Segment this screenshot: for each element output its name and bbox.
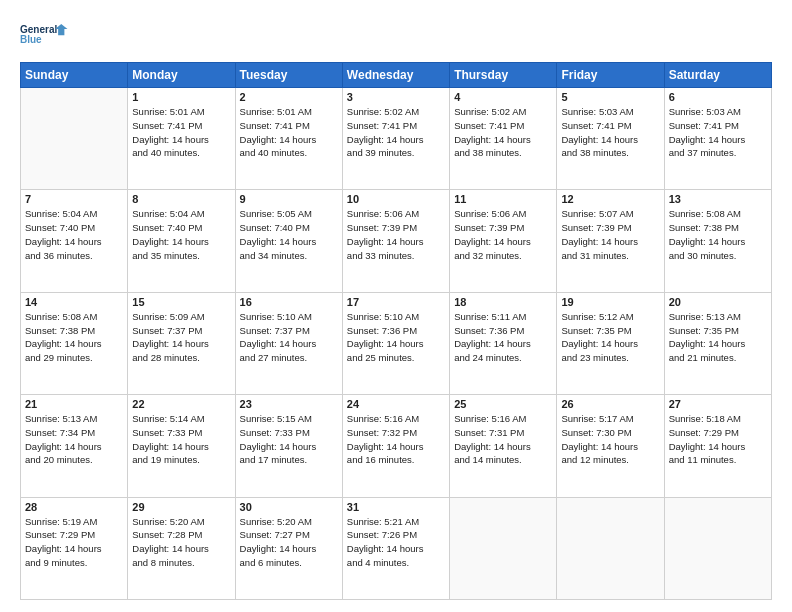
day-number: 24 (347, 398, 445, 410)
day-number: 18 (454, 296, 552, 308)
calendar-table: SundayMondayTuesdayWednesdayThursdayFrid… (20, 62, 772, 600)
calendar-cell: 13Sunrise: 5:08 AMSunset: 7:38 PMDayligh… (664, 190, 771, 292)
day-number: 8 (132, 193, 230, 205)
day-info: Sunrise: 5:01 AMSunset: 7:41 PMDaylight:… (132, 105, 230, 160)
calendar-cell: 26Sunrise: 5:17 AMSunset: 7:30 PMDayligh… (557, 395, 664, 497)
calendar-cell: 6Sunrise: 5:03 AMSunset: 7:41 PMDaylight… (664, 88, 771, 190)
day-number: 14 (25, 296, 123, 308)
day-number: 13 (669, 193, 767, 205)
day-number: 19 (561, 296, 659, 308)
calendar-cell: 25Sunrise: 5:16 AMSunset: 7:31 PMDayligh… (450, 395, 557, 497)
day-info: Sunrise: 5:08 AMSunset: 7:38 PMDaylight:… (25, 310, 123, 365)
day-info: Sunrise: 5:20 AMSunset: 7:28 PMDaylight:… (132, 515, 230, 570)
day-info: Sunrise: 5:12 AMSunset: 7:35 PMDaylight:… (561, 310, 659, 365)
day-number: 28 (25, 501, 123, 513)
day-info: Sunrise: 5:08 AMSunset: 7:38 PMDaylight:… (669, 207, 767, 262)
calendar-week-row: 14Sunrise: 5:08 AMSunset: 7:38 PMDayligh… (21, 292, 772, 394)
day-number: 7 (25, 193, 123, 205)
calendar-cell: 4Sunrise: 5:02 AMSunset: 7:41 PMDaylight… (450, 88, 557, 190)
calendar-cell: 29Sunrise: 5:20 AMSunset: 7:28 PMDayligh… (128, 497, 235, 599)
calendar-week-row: 1Sunrise: 5:01 AMSunset: 7:41 PMDaylight… (21, 88, 772, 190)
day-number: 5 (561, 91, 659, 103)
day-number: 27 (669, 398, 767, 410)
calendar-cell: 24Sunrise: 5:16 AMSunset: 7:32 PMDayligh… (342, 395, 449, 497)
calendar-cell: 2Sunrise: 5:01 AMSunset: 7:41 PMDaylight… (235, 88, 342, 190)
day-number: 26 (561, 398, 659, 410)
calendar-cell (557, 497, 664, 599)
day-number: 22 (132, 398, 230, 410)
calendar-cell: 15Sunrise: 5:09 AMSunset: 7:37 PMDayligh… (128, 292, 235, 394)
day-info: Sunrise: 5:16 AMSunset: 7:32 PMDaylight:… (347, 412, 445, 467)
day-info: Sunrise: 5:16 AMSunset: 7:31 PMDaylight:… (454, 412, 552, 467)
calendar-cell: 9Sunrise: 5:05 AMSunset: 7:40 PMDaylight… (235, 190, 342, 292)
day-info: Sunrise: 5:06 AMSunset: 7:39 PMDaylight:… (347, 207, 445, 262)
day-info: Sunrise: 5:01 AMSunset: 7:41 PMDaylight:… (240, 105, 338, 160)
calendar-cell: 31Sunrise: 5:21 AMSunset: 7:26 PMDayligh… (342, 497, 449, 599)
day-number: 23 (240, 398, 338, 410)
day-number: 11 (454, 193, 552, 205)
day-info: Sunrise: 5:03 AMSunset: 7:41 PMDaylight:… (669, 105, 767, 160)
calendar-cell: 11Sunrise: 5:06 AMSunset: 7:39 PMDayligh… (450, 190, 557, 292)
calendar-cell (664, 497, 771, 599)
calendar-cell: 30Sunrise: 5:20 AMSunset: 7:27 PMDayligh… (235, 497, 342, 599)
page-header: General Blue (20, 16, 772, 52)
calendar-day-header: Monday (128, 63, 235, 88)
calendar-cell: 21Sunrise: 5:13 AMSunset: 7:34 PMDayligh… (21, 395, 128, 497)
day-number: 10 (347, 193, 445, 205)
day-info: Sunrise: 5:20 AMSunset: 7:27 PMDaylight:… (240, 515, 338, 570)
day-number: 16 (240, 296, 338, 308)
calendar-cell: 27Sunrise: 5:18 AMSunset: 7:29 PMDayligh… (664, 395, 771, 497)
svg-text:General: General (20, 24, 57, 35)
calendar-cell: 5Sunrise: 5:03 AMSunset: 7:41 PMDaylight… (557, 88, 664, 190)
calendar-cell: 23Sunrise: 5:15 AMSunset: 7:33 PMDayligh… (235, 395, 342, 497)
day-info: Sunrise: 5:05 AMSunset: 7:40 PMDaylight:… (240, 207, 338, 262)
calendar-day-header: Wednesday (342, 63, 449, 88)
calendar-week-row: 7Sunrise: 5:04 AMSunset: 7:40 PMDaylight… (21, 190, 772, 292)
day-number: 25 (454, 398, 552, 410)
day-info: Sunrise: 5:21 AMSunset: 7:26 PMDaylight:… (347, 515, 445, 570)
day-info: Sunrise: 5:10 AMSunset: 7:37 PMDaylight:… (240, 310, 338, 365)
calendar-cell: 3Sunrise: 5:02 AMSunset: 7:41 PMDaylight… (342, 88, 449, 190)
calendar-cell: 20Sunrise: 5:13 AMSunset: 7:35 PMDayligh… (664, 292, 771, 394)
day-info: Sunrise: 5:13 AMSunset: 7:35 PMDaylight:… (669, 310, 767, 365)
calendar-cell: 17Sunrise: 5:10 AMSunset: 7:36 PMDayligh… (342, 292, 449, 394)
calendar-day-header: Tuesday (235, 63, 342, 88)
calendar-day-header: Saturday (664, 63, 771, 88)
day-info: Sunrise: 5:02 AMSunset: 7:41 PMDaylight:… (347, 105, 445, 160)
logo: General Blue (20, 16, 70, 52)
calendar-week-row: 28Sunrise: 5:19 AMSunset: 7:29 PMDayligh… (21, 497, 772, 599)
day-number: 12 (561, 193, 659, 205)
day-number: 1 (132, 91, 230, 103)
calendar-cell: 8Sunrise: 5:04 AMSunset: 7:40 PMDaylight… (128, 190, 235, 292)
day-number: 9 (240, 193, 338, 205)
day-number: 30 (240, 501, 338, 513)
calendar-week-row: 21Sunrise: 5:13 AMSunset: 7:34 PMDayligh… (21, 395, 772, 497)
calendar-cell (450, 497, 557, 599)
day-number: 17 (347, 296, 445, 308)
calendar-cell (21, 88, 128, 190)
calendar-cell: 18Sunrise: 5:11 AMSunset: 7:36 PMDayligh… (450, 292, 557, 394)
day-info: Sunrise: 5:19 AMSunset: 7:29 PMDaylight:… (25, 515, 123, 570)
day-info: Sunrise: 5:06 AMSunset: 7:39 PMDaylight:… (454, 207, 552, 262)
day-info: Sunrise: 5:04 AMSunset: 7:40 PMDaylight:… (25, 207, 123, 262)
day-number: 31 (347, 501, 445, 513)
day-info: Sunrise: 5:11 AMSunset: 7:36 PMDaylight:… (454, 310, 552, 365)
calendar-cell: 1Sunrise: 5:01 AMSunset: 7:41 PMDaylight… (128, 88, 235, 190)
svg-text:Blue: Blue (20, 34, 42, 45)
day-number: 4 (454, 91, 552, 103)
logo-svg: General Blue (20, 16, 70, 52)
calendar-header-row: SundayMondayTuesdayWednesdayThursdayFrid… (21, 63, 772, 88)
day-number: 21 (25, 398, 123, 410)
calendar-cell: 28Sunrise: 5:19 AMSunset: 7:29 PMDayligh… (21, 497, 128, 599)
day-number: 3 (347, 91, 445, 103)
day-number: 15 (132, 296, 230, 308)
day-info: Sunrise: 5:09 AMSunset: 7:37 PMDaylight:… (132, 310, 230, 365)
calendar-cell: 22Sunrise: 5:14 AMSunset: 7:33 PMDayligh… (128, 395, 235, 497)
day-info: Sunrise: 5:15 AMSunset: 7:33 PMDaylight:… (240, 412, 338, 467)
calendar-day-header: Thursday (450, 63, 557, 88)
calendar-cell: 16Sunrise: 5:10 AMSunset: 7:37 PMDayligh… (235, 292, 342, 394)
calendar-cell: 10Sunrise: 5:06 AMSunset: 7:39 PMDayligh… (342, 190, 449, 292)
day-info: Sunrise: 5:04 AMSunset: 7:40 PMDaylight:… (132, 207, 230, 262)
day-info: Sunrise: 5:18 AMSunset: 7:29 PMDaylight:… (669, 412, 767, 467)
calendar-day-header: Sunday (21, 63, 128, 88)
